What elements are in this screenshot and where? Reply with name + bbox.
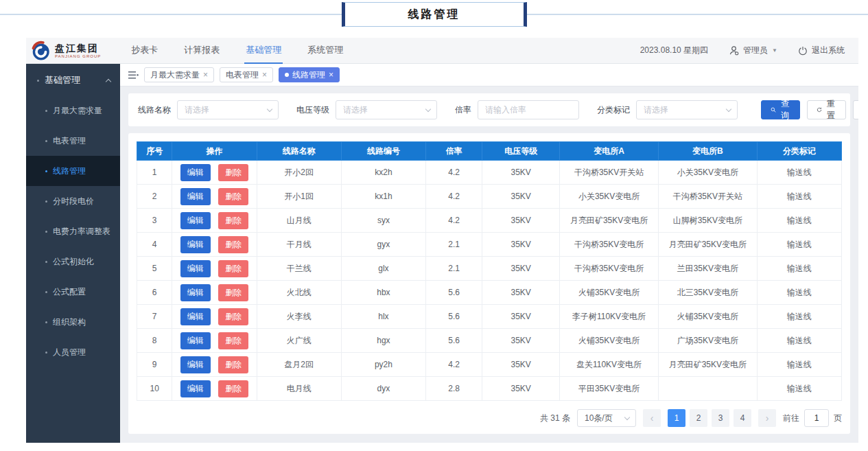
line-name-select[interactable]: 请选择 — [177, 100, 279, 119]
edit-button[interactable]: 编辑 — [180, 212, 211, 229]
cell-seq: 5 — [137, 257, 172, 281]
cell-line-code: glx — [341, 257, 425, 281]
close-tab-icon[interactable]: × — [262, 70, 267, 80]
reset-button[interactable]: 重置 — [807, 100, 846, 119]
sidebar-item[interactable]: 电表管理 — [26, 126, 120, 156]
sidebar-item-label: 人员管理 — [53, 347, 86, 358]
cell-actions: 编辑 删除 — [172, 281, 257, 305]
edit-button[interactable]: 编辑 — [180, 284, 211, 301]
sidebar-group-label: 基础管理 — [45, 74, 80, 86]
delete-button[interactable]: 删除 — [218, 236, 248, 253]
cell-ratio: 4.2 — [426, 185, 482, 209]
edit-button[interactable]: 编辑 — [180, 356, 211, 373]
cell-station-a: 干沟桥35KV变电所 — [560, 257, 659, 281]
tab[interactable]: 月最大需求量 × — [144, 67, 214, 82]
tag-select[interactable]: 请选择 — [636, 100, 738, 119]
delete-button[interactable]: 删除 — [218, 380, 248, 397]
nav-item[interactable]: 抄表卡 — [130, 38, 159, 64]
column-header: 分类标记 — [757, 142, 841, 161]
sidebar-group-basic-mgmt[interactable]: 基础管理 — [26, 65, 120, 95]
nav-item[interactable]: 系统管理 — [306, 38, 344, 64]
page-number-button[interactable]: 2 — [690, 409, 707, 427]
table-row: 9 编辑 删除 盘月2回 py2h 4.2 35KV 盘关110 — [137, 353, 842, 377]
voltage-select[interactable]: 请选择 — [336, 100, 437, 119]
cell-tag: 输送线 — [757, 257, 841, 281]
page-size-select[interactable]: 10条/页 — [577, 409, 636, 427]
delete-button[interactable]: 删除 — [218, 332, 248, 349]
select-placeholder: 请选择 — [644, 104, 668, 116]
cell-line-code: kx1h — [341, 185, 425, 209]
nav-item[interactable]: 基础管理 — [244, 38, 283, 64]
active-dot-icon — [285, 73, 289, 77]
cell-actions: 编辑 删除 — [172, 233, 257, 257]
edit-button[interactable]: 编辑 — [180, 380, 211, 397]
sidebar-item[interactable]: 人员管理 — [26, 337, 120, 367]
delete-button[interactable]: 删除 — [218, 212, 248, 229]
edit-button[interactable]: 编辑 — [180, 308, 211, 325]
tab[interactable]: 线路管理 × — [279, 67, 340, 82]
search-button[interactable]: 查询 — [761, 100, 800, 119]
cell-station-b: 火铺35KV变电所 — [658, 305, 757, 329]
filter-bar: 线路名称 请选择 电压等级 请选择 倍率 — [128, 93, 850, 126]
content-inner: 线路名称 请选择 电压等级 请选择 倍率 — [120, 86, 858, 443]
page-number-button[interactable]: 4 — [734, 409, 751, 427]
sidebar-item[interactable]: 线路管理 — [26, 156, 120, 186]
tab-list-icon[interactable] — [128, 71, 139, 80]
prev-page-button[interactable]: ‹ — [643, 409, 661, 427]
cell-ratio: 4.2 — [426, 209, 482, 233]
table-row: 7 编辑 删除 火李线 hlx 5.6 35KV 李子树110K — [137, 305, 842, 329]
goto-page-input[interactable] — [804, 409, 829, 427]
chevron-down-icon — [267, 106, 272, 111]
close-tab-icon[interactable]: × — [203, 70, 208, 80]
cell-voltage: 35KV — [482, 353, 560, 377]
next-page-button[interactable]: › — [758, 409, 776, 427]
bullet-icon — [45, 170, 47, 172]
cell-line-code: py2h — [341, 353, 425, 377]
page-number-button[interactable]: 1 — [668, 409, 685, 427]
delete-button[interactable]: 删除 — [218, 284, 248, 301]
sidebar-item[interactable]: 电费力率调整表 — [26, 216, 120, 246]
tabs: 月最大需求量 × 电表管理 × 线路管理 × — [144, 67, 340, 82]
edit-button[interactable]: 编辑 — [180, 260, 211, 277]
line-table: 序号 操作 线路名称 线路编号 倍率 电压等级 — [137, 141, 842, 401]
sidebar-item[interactable]: 月最大需求量 — [26, 95, 120, 126]
cell-line-code: hgx — [341, 329, 425, 353]
edit-button[interactable]: 编辑 — [180, 236, 211, 253]
user-menu[interactable]: 管理员 ▼ — [729, 45, 777, 56]
sidebar-item[interactable]: 公式初始化 — [26, 246, 120, 277]
close-tab-icon[interactable]: × — [329, 70, 333, 80]
cell-actions: 编辑 删除 — [172, 161, 257, 185]
logo-name-cn: 盘江集团 — [55, 43, 101, 53]
add-button[interactable]: + 新增 — [853, 100, 858, 119]
delete-button[interactable]: 删除 — [218, 164, 248, 181]
chevron-down-icon — [726, 106, 731, 111]
edit-button[interactable]: 编辑 — [180, 164, 211, 181]
app-header: 盘江集团 PANJIANG GROUP 抄表卡 计算报表 基础管理 系统管理 — [26, 38, 858, 64]
nav-item-label: 系统管理 — [307, 44, 343, 56]
delete-button[interactable]: 删除 — [218, 260, 248, 277]
cell-line-name: 干月线 — [257, 233, 341, 257]
sidebar-item[interactable]: 公式配置 — [26, 277, 120, 307]
cell-voltage: 35KV — [482, 161, 560, 185]
logout-button[interactable]: 退出系统 — [798, 45, 845, 56]
tab[interactable]: 电表管理 × — [220, 67, 273, 82]
ratio-input[interactable] — [478, 100, 579, 119]
edit-button[interactable]: 编辑 — [180, 332, 211, 349]
cell-station-b: 山脚树35KV变电所 — [658, 209, 757, 233]
delete-button[interactable]: 删除 — [218, 356, 248, 373]
top-banner: 线路管理 — [0, 0, 868, 38]
app-window: 盘江集团 PANJIANG GROUP 抄表卡 计算报表 基础管理 系统管理 — [26, 38, 858, 443]
delete-button[interactable]: 删除 — [218, 188, 248, 205]
delete-button[interactable]: 删除 — [218, 308, 248, 325]
refresh-icon — [817, 106, 822, 114]
sidebar-item[interactable]: 分时段电价 — [26, 186, 120, 216]
cell-station-b: 月亮田矿35KV变电所 — [658, 353, 757, 377]
line-name-label: 线路名称 — [138, 104, 171, 116]
edit-button[interactable]: 编辑 — [180, 188, 211, 205]
sidebar-item[interactable]: 组织架构 — [26, 307, 120, 337]
panjiang-logo-icon — [30, 41, 51, 61]
page-number-button[interactable]: 3 — [712, 409, 729, 427]
bullet-icon — [45, 291, 47, 293]
nav-item[interactable]: 计算报表 — [183, 38, 221, 64]
tab-label: 电表管理 — [226, 69, 259, 81]
